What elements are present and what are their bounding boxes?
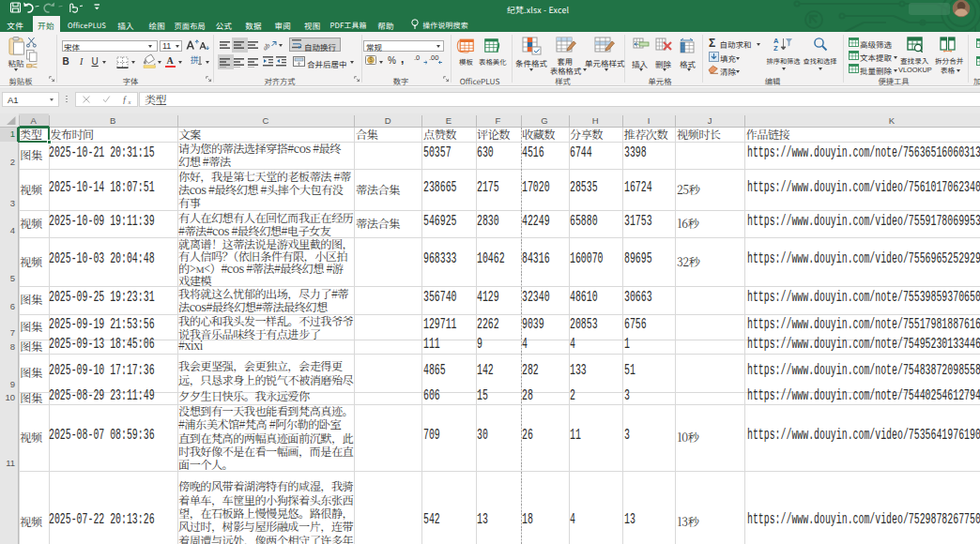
svg-text:.00: .00 — [429, 53, 438, 62]
svg-text:.0: .0 — [414, 53, 420, 62]
svg-text:Z: Z — [773, 44, 778, 52]
svg-text:拼: 拼 — [191, 55, 199, 65]
svg-text:$: $ — [369, 56, 373, 63]
svg-text:f: f — [123, 95, 127, 104]
svg-text:ab: ab — [264, 41, 272, 51]
svg-text:x: x — [128, 98, 131, 104]
